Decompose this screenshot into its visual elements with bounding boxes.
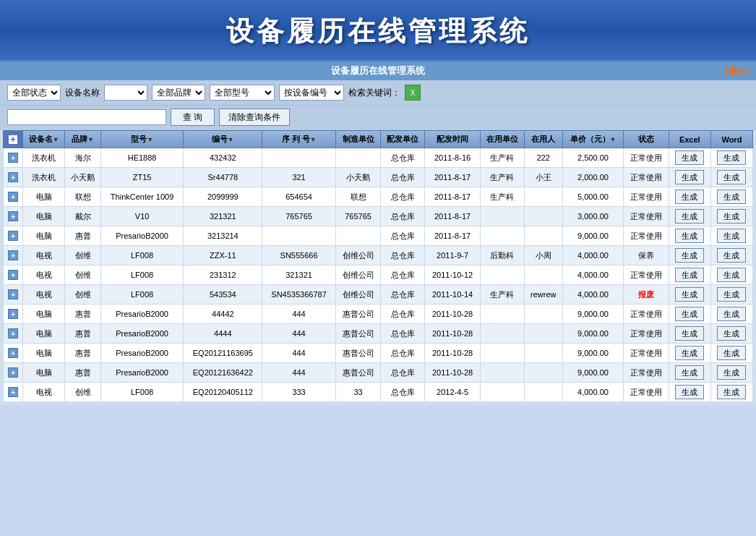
expand-icon[interactable]: +: [8, 250, 18, 260]
add-icon[interactable]: +: [8, 135, 18, 145]
row-word[interactable]: 生成: [710, 324, 752, 344]
row-word[interactable]: 生成: [710, 265, 752, 285]
excel-gen-button[interactable]: 生成: [675, 190, 704, 204]
expand-icon[interactable]: +: [8, 211, 18, 221]
word-gen-button[interactable]: 生成: [717, 190, 746, 204]
excel-gen-button[interactable]: 生成: [675, 287, 704, 302]
row-excel[interactable]: 生成: [669, 187, 710, 207]
row-expand[interactable]: +: [4, 363, 23, 383]
expand-icon[interactable]: +: [8, 153, 18, 163]
row-excel[interactable]: 生成: [669, 324, 710, 344]
word-gen-button[interactable]: 生成: [717, 268, 746, 282]
row-brand: 惠普: [65, 324, 101, 344]
row-excel[interactable]: 生成: [669, 344, 710, 363]
excel-gen-button[interactable]: 生成: [675, 365, 704, 380]
row-expand[interactable]: +: [4, 285, 23, 305]
row-brand: 创维: [65, 383, 101, 402]
row-excel[interactable]: 生成: [669, 148, 710, 168]
word-gen-button[interactable]: 生成: [717, 150, 746, 165]
word-gen-button[interactable]: 生成: [717, 248, 746, 263]
row-word[interactable]: 生成: [710, 305, 752, 324]
row-expand[interactable]: +: [4, 246, 23, 265]
row-excel[interactable]: 生成: [669, 305, 710, 324]
row-expand[interactable]: +: [4, 305, 23, 324]
row-expand[interactable]: +: [4, 226, 23, 246]
word-gen-button[interactable]: 生成: [717, 307, 746, 321]
word-gen-button[interactable]: 生成: [717, 287, 746, 302]
row-excel[interactable]: 生成: [669, 285, 710, 305]
row-serial: 231312: [184, 265, 262, 285]
row-word[interactable]: 生成: [710, 168, 752, 187]
row-expand[interactable]: +: [4, 383, 23, 402]
excel-gen-button[interactable]: 生成: [675, 326, 704, 341]
row-word[interactable]: 生成: [710, 344, 752, 363]
row-excel[interactable]: 生成: [669, 226, 710, 246]
expand-icon[interactable]: +: [8, 270, 18, 280]
row-expand[interactable]: +: [4, 168, 23, 187]
row-word[interactable]: 生成: [710, 246, 752, 265]
row-expand[interactable]: +: [4, 148, 23, 168]
status-select[interactable]: 全部状态 正常使用 维修 报废 保养: [7, 85, 61, 101]
row-excel[interactable]: 生成: [669, 265, 710, 285]
row-inuse: [481, 344, 524, 363]
row-model: PresarioB2000: [100, 344, 183, 363]
excel-gen-button[interactable]: 生成: [675, 229, 704, 243]
row-excel[interactable]: 生成: [669, 246, 710, 265]
excel-gen-button[interactable]: 生成: [675, 209, 704, 224]
row-excel[interactable]: 生成: [669, 363, 710, 383]
row-expand[interactable]: +: [4, 344, 23, 363]
excel-gen-button[interactable]: 生成: [675, 346, 704, 360]
row-expand[interactable]: +: [4, 324, 23, 344]
expand-icon[interactable]: +: [8, 172, 18, 182]
row-expand[interactable]: +: [4, 187, 23, 207]
row-excel[interactable]: 生成: [669, 207, 710, 226]
expand-icon[interactable]: +: [8, 348, 18, 358]
expand-icon[interactable]: +: [8, 309, 18, 319]
expand-icon[interactable]: +: [8, 387, 18, 397]
row-word[interactable]: 生成: [710, 363, 752, 383]
row-serial: 44442: [184, 305, 262, 324]
excel-gen-button[interactable]: 生成: [675, 268, 704, 282]
row-excel[interactable]: 生成: [669, 168, 710, 187]
row-word[interactable]: 生成: [710, 148, 752, 168]
row-status: 正常使用: [623, 363, 669, 383]
search-by-select[interactable]: 按设备编号 按序列号 按在用人: [279, 85, 344, 101]
row-word[interactable]: 生成: [710, 187, 752, 207]
word-gen-button[interactable]: 生成: [717, 346, 746, 360]
excel-gen-button[interactable]: 生成: [675, 150, 704, 165]
brand-select[interactable]: 全部品牌: [152, 85, 205, 101]
row-model: PresarioB2000: [100, 305, 183, 324]
row-word[interactable]: 生成: [710, 226, 752, 246]
device-name-select[interactable]: [104, 85, 147, 101]
export-icon[interactable]: X: [405, 85, 421, 101]
row-config: 总仓库: [381, 265, 424, 285]
expand-icon[interactable]: +: [8, 192, 18, 202]
excel-gen-button[interactable]: 生成: [675, 385, 704, 399]
status-badge: 正常使用: [630, 349, 662, 357]
row-word[interactable]: 生成: [710, 207, 752, 226]
keyword-input[interactable]: [7, 109, 166, 125]
row-excel[interactable]: 生成: [669, 383, 710, 402]
expand-icon[interactable]: +: [8, 231, 18, 241]
word-gen-button[interactable]: 生成: [717, 170, 746, 184]
word-gen-button[interactable]: 生成: [717, 209, 746, 224]
excel-gen-button[interactable]: 生成: [675, 307, 704, 321]
clear-button[interactable]: 清除查询条件: [219, 109, 290, 126]
word-gen-button[interactable]: 生成: [717, 365, 746, 380]
row-depart: 2011-10-28: [424, 324, 480, 344]
excel-gen-button[interactable]: 生成: [675, 170, 704, 184]
row-expand[interactable]: +: [4, 265, 23, 285]
expand-icon[interactable]: +: [8, 289, 18, 299]
model-select[interactable]: 全部型号: [210, 85, 275, 101]
row-word[interactable]: 生成: [710, 383, 752, 402]
search-button[interactable]: 查 询: [171, 109, 215, 126]
logout-button[interactable]: [退出]: [726, 65, 749, 77]
row-expand[interactable]: +: [4, 207, 23, 226]
expand-icon[interactable]: +: [8, 328, 18, 339]
row-word[interactable]: 生成: [710, 285, 752, 305]
word-gen-button[interactable]: 生成: [717, 385, 746, 399]
word-gen-button[interactable]: 生成: [717, 326, 746, 341]
word-gen-button[interactable]: 生成: [717, 229, 746, 243]
expand-icon[interactable]: +: [8, 367, 18, 378]
excel-gen-button[interactable]: 生成: [675, 248, 704, 263]
